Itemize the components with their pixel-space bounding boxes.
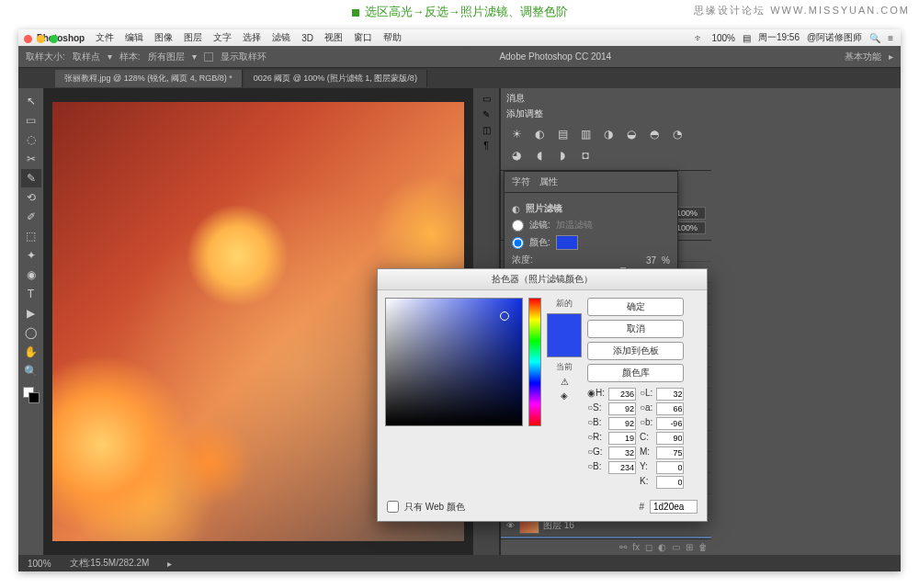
color-field[interactable]	[385, 298, 523, 426]
fx-icon[interactable]: fx	[632, 542, 640, 552]
doc-tab-2[interactable]: 0026 阈页 @ 100% (照片滤镜 1, 图层蒙版/8)	[244, 70, 427, 87]
menu-image[interactable]: 图像	[154, 31, 173, 44]
tab-messages[interactable]: 消息	[506, 92, 525, 105]
gradient-tool[interactable]: ◉	[21, 266, 41, 284]
menu-icon[interactable]: ≡	[888, 33, 893, 43]
menu-edit[interactable]: 编辑	[125, 31, 143, 44]
menu-layer[interactable]: 图层	[184, 31, 202, 44]
mask-icon[interactable]: ◻	[645, 542, 652, 552]
close-icon[interactable]	[24, 35, 32, 43]
stamp-tool[interactable]: ⬚	[21, 227, 41, 245]
history-icon[interactable]: ▭	[482, 94, 491, 104]
filter-label: 滤镜:	[529, 219, 550, 232]
filter-value[interactable]: 加温滤镜	[556, 219, 593, 232]
adjust-icon[interactable]: ◐	[658, 542, 666, 552]
l-input[interactable]	[656, 388, 684, 401]
bb-input[interactable]	[608, 461, 636, 474]
swatch-icon[interactable]: ◫	[482, 125, 491, 135]
eraser-tool[interactable]: ✦	[21, 246, 41, 265]
ok-button[interactable]: 确定	[587, 298, 684, 316]
menu-3d[interactable]: 3D	[301, 33, 313, 43]
marquee-tool[interactable]: ▭	[21, 111, 41, 130]
cancel-button[interactable]: 取消	[587, 320, 684, 338]
opt-sample2-value[interactable]: 所有图层	[148, 51, 185, 63]
shape-tool[interactable]: ◯	[21, 323, 41, 342]
menu-view[interactable]: 视图	[324, 31, 343, 44]
paragraph-icon[interactable]: ¶	[483, 141, 488, 151]
m-input[interactable]	[656, 447, 684, 459]
tab-char[interactable]: 字符	[512, 175, 530, 188]
warn-icon[interactable]: ⚠	[561, 377, 569, 387]
color-swatch[interactable]	[556, 235, 578, 250]
link-icon[interactable]: ⚯	[619, 542, 627, 552]
adj-icon[interactable]: ◘	[575, 146, 596, 164]
adj-icon[interactable]: ◗	[552, 146, 573, 164]
zoom-level[interactable]: 100%	[28, 559, 51, 569]
cube-icon[interactable]: ◈	[561, 390, 568, 401]
b-input[interactable]	[608, 417, 636, 430]
a-input[interactable]	[656, 402, 684, 415]
tab-adjustments[interactable]: 添加调整	[506, 107, 543, 120]
adj-icon[interactable]: ◒	[621, 125, 641, 143]
flag-icon[interactable]: ▤	[743, 33, 751, 43]
adj-icon[interactable]: ◑	[598, 125, 618, 143]
adj-icon[interactable]: ☀	[506, 125, 527, 143]
adj-icon[interactable]: ▤	[552, 125, 573, 143]
k-input[interactable]	[656, 476, 684, 489]
user-text[interactable]: @阿诺修图师	[807, 31, 862, 44]
healing-tool[interactable]: ⟲	[21, 188, 41, 207]
menu-filter[interactable]: 滤镜	[272, 31, 290, 44]
document-tabs: 张丽教程.jpg @ 128% (锐化, 阈页 4, RGB/8) * 0026…	[18, 68, 901, 88]
menu-file[interactable]: 文件	[96, 31, 114, 44]
group-icon[interactable]: ▭	[672, 542, 680, 552]
brush-tool[interactable]: ✐	[21, 208, 41, 226]
adj-icon[interactable]: ◐	[529, 125, 550, 143]
add-swatch-button[interactable]: 添加到色板	[587, 342, 684, 360]
adj-icon[interactable]: ◖	[529, 146, 550, 164]
type-tool[interactable]: T	[21, 285, 41, 303]
h-input[interactable]	[608, 388, 636, 401]
web-only-checkbox[interactable]	[387, 501, 399, 513]
c-input[interactable]	[656, 432, 684, 445]
brush-icon[interactable]: ✎	[482, 109, 490, 119]
b2-input[interactable]	[656, 417, 684, 430]
trash-icon[interactable]: 🗑	[698, 542, 708, 552]
path-tool[interactable]: ▶	[21, 304, 41, 322]
color-libs-button[interactable]: 颜色库	[587, 364, 684, 382]
color-radio[interactable]	[512, 237, 524, 249]
tab-properties[interactable]: 属性	[539, 175, 558, 188]
move-tool[interactable]: ↖	[21, 92, 41, 110]
filter-radio[interactable]	[512, 220, 524, 232]
search-icon[interactable]: 🔍	[869, 33, 880, 43]
fill-input[interactable]	[675, 221, 706, 234]
r-input[interactable]	[608, 432, 636, 445]
color-swatches[interactable]	[21, 385, 41, 405]
wifi-icon[interactable]: ᯤ	[695, 33, 704, 43]
g-input[interactable]	[608, 447, 636, 459]
adj-icon[interactable]: ◔	[667, 125, 687, 143]
hex-input[interactable]	[650, 500, 698, 514]
opt-ring-checkbox[interactable]	[204, 52, 213, 62]
adj-icon[interactable]: ◓	[644, 125, 664, 143]
minimize-icon[interactable]	[37, 35, 45, 43]
opt-sample-value[interactable]: 取样点	[73, 51, 100, 63]
zoom-tool[interactable]: 🔍	[21, 362, 41, 380]
adj-icon[interactable]: ▥	[575, 125, 596, 143]
hand-tool[interactable]: ✋	[21, 343, 41, 361]
eyedropper-tool[interactable]: ✎	[21, 169, 41, 187]
hue-slider[interactable]	[528, 298, 541, 426]
menu-type[interactable]: 文字	[213, 31, 232, 44]
crop-tool[interactable]: ✂	[21, 150, 41, 168]
maximize-icon[interactable]	[50, 35, 58, 43]
doc-tab-1[interactable]: 张丽教程.jpg @ 128% (锐化, 阈页 4, RGB/8) *	[55, 70, 243, 87]
workspace-button[interactable]: 基本功能	[845, 51, 881, 63]
new-icon[interactable]: ⊞	[686, 542, 693, 552]
opacity-input[interactable]	[675, 207, 706, 220]
adj-icon[interactable]: ◕	[506, 146, 527, 164]
y-input[interactable]	[656, 461, 684, 474]
s-input[interactable]	[608, 402, 636, 415]
lasso-tool[interactable]: ◌	[21, 130, 41, 149]
menu-window[interactable]: 窗口	[354, 31, 372, 44]
menu-select[interactable]: 选择	[243, 31, 261, 44]
menu-help[interactable]: 帮助	[383, 31, 402, 44]
